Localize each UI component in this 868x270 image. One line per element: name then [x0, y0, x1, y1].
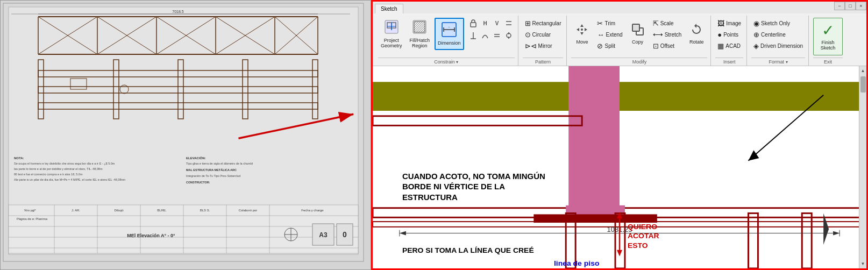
rotate-button[interactable]: Rotate	[686, 18, 707, 50]
scroll-down-arrow[interactable]: ▼	[860, 260, 866, 267]
group-modify-items: Move ✂ Trim ↔ Extend ⊘ Split	[571, 16, 707, 58]
blueprint-panel: 7018.5 NOTA: Se ocupa e	[0, 0, 371, 270]
stretch-button[interactable]: ⟷ Stretch	[651, 29, 684, 40]
minimize-button[interactable]: −	[834, 2, 845, 10]
acad-button[interactable]: ▦ ACAD	[715, 40, 743, 51]
constrain-fix-button[interactable]	[504, 30, 515, 41]
svg-text:J. AR.: J. AR.	[72, 209, 80, 212]
rectangular-icon: ⊞	[525, 19, 531, 27]
constrain-h-button[interactable]: H	[480, 18, 491, 29]
svg-text:PERO SI TOMA LA LÍNEA QUE CREÉ: PERO SI TOMA LA LÍNEA QUE CREÉ	[402, 246, 534, 254]
svg-rect-78	[414, 22, 425, 32]
scroll-thumb[interactable]	[860, 76, 866, 93]
acad-label: ACAD	[725, 43, 741, 49]
extend-button[interactable]: ↔ Extend	[595, 29, 624, 40]
svg-text:Fecha y charge: Fecha y charge	[301, 209, 324, 212]
image-button[interactable]: 🖼 Image	[715, 18, 743, 29]
split-icon: ⊘	[597, 42, 603, 50]
constrain-equal-button[interactable]	[492, 30, 503, 41]
copy-label: Copy	[632, 39, 643, 45]
svg-text:Tipo glisa e tierra de sigla e: Tipo glisa e tierra de sigla el diámetro…	[186, 162, 253, 165]
scroll-up-arrow[interactable]: ▲	[860, 67, 866, 74]
constrain-perp-button[interactable]	[468, 30, 479, 41]
maximize-button[interactable]: □	[845, 2, 856, 10]
move-button[interactable]: Move	[571, 18, 593, 50]
right-panel: − □ × Sketch	[371, 0, 868, 270]
group-format-items: ◉ Sketch Only ⊕ Centerline ◈ Driven Dime…	[751, 16, 805, 58]
points-button[interactable]: ● Points	[715, 29, 743, 40]
points-icon: ●	[717, 31, 722, 39]
finish-sketch-icon: ✓	[822, 23, 834, 38]
svg-text:H: H	[483, 20, 487, 26]
copy-button[interactable]: Copy	[627, 18, 649, 50]
svg-text:Nro pgl¹: Nro pgl¹	[24, 209, 35, 212]
constrain-v-button[interactable]: V	[492, 18, 503, 29]
svg-rect-98	[632, 24, 639, 31]
svg-text:0: 0	[343, 230, 347, 239]
svg-text:↔: ↔	[448, 25, 451, 29]
centerline-icon: ⊕	[753, 31, 759, 39]
circular-button[interactable]: ⊙ Circular	[523, 29, 564, 40]
constrain-parallel-button[interactable]	[504, 18, 515, 29]
group-insert-items: 🖼 Image ● Points ▦ ACAD	[715, 16, 743, 58]
trim-button[interactable]: ✂ Trim	[595, 18, 624, 29]
mirror-button[interactable]: ⊳⊲ Mirror	[523, 40, 564, 51]
driven-dim-icon: ◈	[753, 42, 759, 50]
svg-text:CUANDO ACOTO, NO TOMA MINGÚN: CUANDO ACOTO, NO TOMA MINGÚN	[402, 172, 545, 181]
svg-text:Colaboró por: Colaboró por	[239, 209, 258, 212]
split-label: Split	[604, 43, 615, 49]
svg-point-96	[581, 29, 583, 31]
svg-text:MAL ESTRUCTURA METÁLICA ARC: MAL ESTRUCTURA METÁLICA ARC	[186, 168, 237, 172]
group-format: ◉ Sketch Only ⊕ Centerline ◈ Driven Dime…	[748, 16, 809, 66]
group-insert-label: Insert	[715, 58, 743, 66]
finish-sketch-button[interactable]: ✓ Finish Sketch	[813, 18, 843, 55]
tab-sketch[interactable]: Sketch	[375, 4, 403, 13]
rectangular-button[interactable]: ⊞ Rectangular	[523, 18, 564, 29]
close-button[interactable]: ×	[856, 2, 866, 10]
svg-text:BLS S.: BLS S.	[200, 209, 210, 212]
svg-text:Dibujó: Dibujó	[114, 209, 124, 212]
driven-dimension-button[interactable]: ◈ Driven Dimension	[751, 40, 805, 51]
vertical-scrollbar[interactable]: ▲ ▼	[859, 66, 866, 268]
constrain-lock-button[interactable]	[468, 18, 479, 29]
fill-hatch-button[interactable]: Fill/Hatch Region	[407, 18, 433, 50]
constrain-tangent-button[interactable]	[480, 30, 491, 41]
group-constrain-label: Constrain ▾	[378, 58, 515, 66]
dimension-label: Dimension	[438, 40, 461, 46]
group-pattern-label: Pattern	[523, 58, 564, 66]
scale-label: Scale	[660, 20, 674, 26]
ribbon: Sketch P	[373, 2, 866, 66]
group-pattern: ⊞ Rectangular ⊙ Circular ⊳⊲ Mirror Pa	[520, 16, 567, 66]
trim-label: Trim	[604, 20, 615, 26]
fill-hatch-label: Fill/Hatch Region	[410, 38, 430, 48]
insert-col: 🖼 Image ● Points ▦ ACAD	[715, 18, 743, 51]
svg-text:QUIERO: QUIERO	[628, 222, 657, 231]
svg-text:V: V	[495, 20, 499, 26]
svg-text:Ale parte is un pilar de dia d: Ale parte is un pilar de dia dia, fue M=…	[14, 178, 126, 181]
structural-drawing: 1031.23 CUANDO ACOTO, NO TOMA MINGÚN BOR…	[373, 66, 866, 268]
circular-label: Circular	[532, 32, 551, 38]
svg-text:CONSTRUCTOR:: CONSTRUCTOR:	[186, 181, 210, 184]
offset-label: Offset	[660, 43, 675, 49]
svg-text:Página de e: Planima: Página de e: Planima	[17, 217, 48, 221]
stretch-label: Stretch	[665, 32, 682, 38]
scale-button[interactable]: ⇱ Scale	[651, 18, 684, 29]
acad-icon: ▦	[717, 42, 724, 50]
centerline-button[interactable]: ⊕ Centerline	[751, 29, 805, 40]
group-constrain: Project Geometry	[375, 16, 518, 66]
project-geometry-icon	[384, 19, 399, 36]
svg-rect-84	[471, 23, 476, 27]
offset-button[interactable]: ⊡ Offset	[651, 40, 684, 51]
ribbon-tabs: Sketch	[373, 2, 866, 13]
constrain-tools: H V	[468, 18, 515, 41]
split-button[interactable]: ⊘ Split	[595, 40, 624, 51]
fill-hatch-icon	[412, 19, 427, 36]
project-geometry-button[interactable]: Project Geometry	[378, 18, 405, 50]
group-exit-label: Exit	[813, 58, 843, 66]
dimension-button[interactable]: ↔ Dimension	[435, 18, 464, 50]
svg-text:ESTO: ESTO	[628, 241, 648, 250]
sketch-only-button[interactable]: ◉ Sketch Only	[751, 18, 805, 29]
extend-icon: ↔	[597, 31, 604, 39]
finish-sketch-label: Finish Sketch	[821, 40, 836, 51]
rectangular-label: Rectangular	[532, 20, 561, 26]
